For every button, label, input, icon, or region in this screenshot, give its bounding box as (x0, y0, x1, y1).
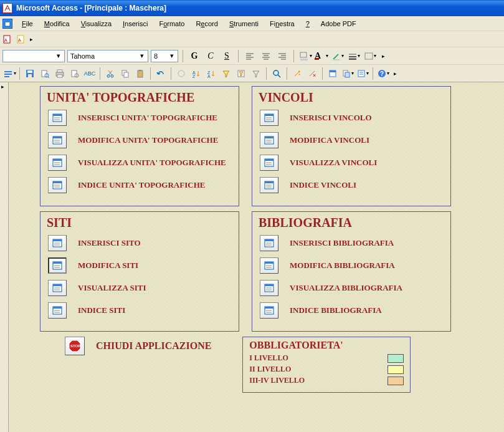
indice-ut-button[interactable] (48, 177, 67, 193)
modifica-siti-button[interactable] (48, 257, 67, 274)
visualizza-siti-button[interactable] (48, 280, 67, 296)
inserisci-vincolo-button[interactable] (260, 110, 278, 126)
help-button[interactable]: ?▾ (376, 67, 390, 80)
row-label: MODIFICA SITI (78, 261, 138, 271)
row-label: VISUALIZZA BIBLIOGRAFIA (290, 283, 402, 293)
print-button[interactable] (53, 67, 67, 80)
chevron-down-icon: ▾ (310, 53, 312, 59)
sort-asc-button[interactable]: AZ (189, 67, 203, 80)
modifica-vincoli-button[interactable] (260, 132, 278, 148)
indice-siti-button[interactable] (48, 302, 67, 319)
sort-desc-button[interactable]: ZA (204, 67, 218, 80)
svg-text:Z: Z (193, 74, 196, 78)
legend-title: OBBLIGATORIETA' (249, 340, 404, 351)
menu-file[interactable]: File (17, 19, 37, 29)
inserisci-sito-button[interactable] (48, 235, 67, 251)
apply-filter-button[interactable] (249, 67, 263, 80)
align-center-button[interactable] (259, 49, 273, 63)
svg-rect-56 (358, 70, 364, 77)
menu-help[interactable]: ? (302, 19, 314, 29)
modifica-bibliografia-button[interactable] (260, 257, 278, 274)
svg-rect-1 (5, 21, 10, 22)
menu-adobe-pdf[interactable]: Adobe PDF (316, 19, 361, 29)
menu-modifica[interactable]: Modifica (40, 19, 74, 29)
visualizza-bibliografia-button[interactable] (260, 280, 278, 296)
underline-button[interactable]: S (220, 49, 234, 63)
line-width-button[interactable]: ▾ (347, 49, 361, 63)
svg-rect-86 (265, 159, 273, 161)
object-selector-combo[interactable]: ▾ (2, 50, 65, 62)
hyperlink-button[interactable] (174, 67, 188, 80)
font-size-value: 8 (154, 52, 158, 60)
standard-toolbar: ▾ ABC AZ ZA * × ▾ ▾ ?▾ ▸ (0, 65, 504, 82)
filter-form-button[interactable] (234, 67, 248, 80)
visualizza-vincoli-button[interactable] (260, 155, 278, 171)
italic-button[interactable]: C (204, 49, 217, 63)
indice-vincoli-button[interactable] (260, 177, 278, 193)
align-left-button[interactable] (243, 49, 257, 63)
menu-record[interactable]: Record (191, 19, 222, 29)
special-effect-button[interactable]: ▾ (363, 49, 377, 63)
db-window-button[interactable] (326, 67, 340, 80)
align-right-button[interactable] (275, 49, 289, 63)
properties-button[interactable]: ▾ (356, 67, 369, 80)
row-label: MODIFICA UNITA' TOPOGRAFICHE (78, 135, 218, 145)
toolbar-overflow-icon[interactable]: ▸ (382, 53, 385, 59)
pdf-export-icon[interactable]: A (2, 34, 12, 44)
toolbar-overflow-icon[interactable]: ▸ (394, 70, 397, 77)
font-size-combo[interactable]: 8 ▾ (151, 50, 178, 62)
svg-rect-62 (53, 114, 62, 116)
toolbar-overflow-icon[interactable]: ▸ (30, 36, 33, 42)
form-window-icon[interactable] (2, 19, 12, 29)
search-file-button[interactable] (38, 67, 52, 80)
menu-inserisci[interactable]: Inserisci (118, 19, 152, 29)
svg-text:×: × (313, 72, 316, 78)
menu-strumenti[interactable]: Strumenti (225, 19, 263, 29)
chiudi-applicazione-button[interactable]: STOP (65, 337, 85, 355)
svg-rect-66 (53, 137, 62, 138)
font-color-button[interactable]: A ▾ (315, 49, 328, 63)
font-family-combo[interactable]: Tahoma ▾ (67, 50, 148, 62)
pdf-mail-icon[interactable]: A (16, 34, 26, 44)
bold-button[interactable]: G (188, 49, 201, 63)
print-preview-button[interactable] (68, 67, 82, 80)
svg-rect-82 (265, 137, 273, 138)
svg-rect-55 (345, 72, 349, 77)
svg-rect-19 (300, 59, 308, 60)
undo-button[interactable] (154, 67, 168, 80)
indice-bibliografia-button[interactable] (260, 302, 278, 319)
spellcheck-button[interactable]: ABC (83, 67, 97, 80)
svg-rect-122 (265, 307, 273, 309)
delete-record-button[interactable]: × (305, 67, 319, 80)
record-selector-bar[interactable]: ▸ (0, 82, 9, 432)
cut-button[interactable] (103, 67, 117, 80)
paste-button[interactable] (133, 67, 147, 80)
line-color-button[interactable]: ▾ (331, 49, 345, 63)
inserisci-bibliografia-button[interactable] (260, 235, 278, 251)
svg-rect-90 (265, 181, 273, 183)
copy-button[interactable] (118, 67, 132, 80)
menu-formato[interactable]: Formato (155, 19, 189, 29)
svg-rect-20 (333, 59, 340, 60)
menu-finestra[interactable]: Finestra (265, 19, 299, 29)
svg-rect-18 (300, 52, 307, 57)
filter-selection-button[interactable] (219, 67, 233, 80)
row-label: INSERISCI VINCOLO (290, 113, 372, 123)
window-titlebar: Microsoft Access - [Principale : Mascher… (0, 0, 504, 16)
row-label: MODIFICA BIBLIOGRAFIA (290, 261, 395, 271)
find-button[interactable] (270, 67, 283, 80)
new-record-button[interactable]: * (290, 67, 304, 80)
legend-swatch-1 (388, 354, 404, 363)
modifica-ut-button[interactable] (48, 132, 67, 148)
new-object-button[interactable]: ▾ (341, 67, 354, 80)
form-workspace: ▸ UNITA' TOPOGRAFICHE INSERISCI UNITA' T… (0, 82, 504, 432)
menu-visualizza[interactable]: Visualizza (77, 19, 116, 29)
visualizza-ut-button[interactable] (48, 155, 67, 171)
fill-color-button[interactable]: ▾ (298, 49, 312, 63)
svg-rect-118 (265, 284, 273, 286)
save-button[interactable] (23, 67, 37, 80)
svg-rect-106 (53, 307, 62, 309)
inserisci-ut-button[interactable] (48, 110, 67, 126)
chevron-down-icon: ▾ (326, 53, 328, 59)
view-button[interactable]: ▾ (2, 67, 16, 80)
